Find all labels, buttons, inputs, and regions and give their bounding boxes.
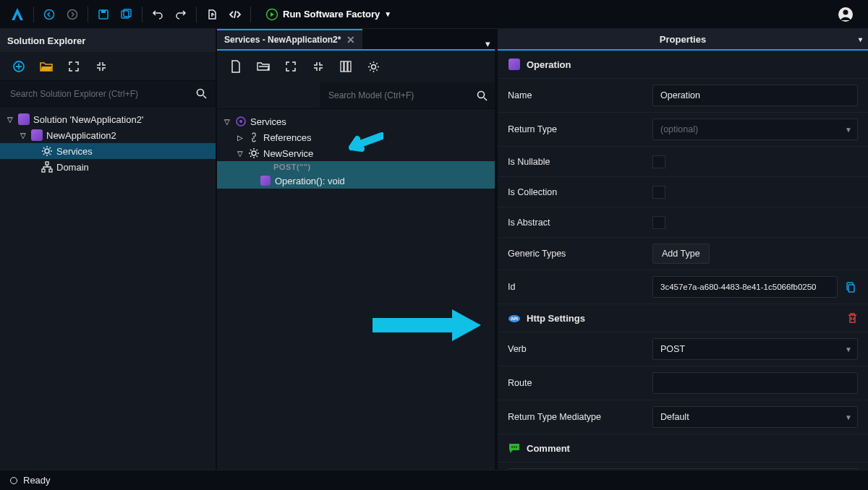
- chevron-right-icon: ▷: [236, 134, 244, 142]
- prop-name-input[interactable]: [652, 85, 858, 106]
- svg-rect-26: [848, 285, 854, 292]
- run-software-factory-button[interactable]: Run Software Factory ▼: [260, 5, 397, 24]
- chevron-down-icon: ▽: [19, 132, 27, 139]
- search-icon[interactable]: [473, 90, 490, 101]
- settings-button[interactable]: [360, 53, 386, 79]
- http-verb-badge: POST(""): [259, 163, 311, 171]
- solution-icon: [17, 113, 30, 126]
- svg-rect-16: [344, 61, 347, 72]
- panel-menu-button[interactable]: ▾: [859, 35, 862, 43]
- svg-point-31: [516, 447, 517, 448]
- account-button[interactable]: [833, 2, 858, 27]
- open-button[interactable]: [250, 53, 276, 79]
- export-button[interactable]: [201, 4, 223, 25]
- svg-point-10: [197, 90, 203, 96]
- comment-input[interactable]: [508, 468, 858, 470]
- svg-point-11: [45, 149, 49, 153]
- properties-title: Properties: [660, 34, 706, 45]
- chevron-down-icon: ▽: [6, 116, 14, 124]
- collapse-button[interactable]: [88, 53, 114, 79]
- chevron-down-icon: ▽: [236, 150, 244, 158]
- new-file-button[interactable]: [223, 53, 249, 79]
- solution-explorer-header: Solution Explorer: [0, 29, 216, 52]
- model-references-node[interactable]: ▷ References: [217, 129, 495, 145]
- svg-point-19: [477, 91, 484, 98]
- prop-abstract-label: Is Abstract: [508, 218, 652, 228]
- layout-button[interactable]: [333, 53, 359, 79]
- services-icon: [234, 115, 247, 128]
- tree-services-node[interactable]: Services: [0, 143, 216, 159]
- delete-http-settings-button[interactable]: [847, 312, 858, 324]
- svg-point-22: [252, 151, 256, 155]
- prop-generic-label: Generic Types: [508, 249, 652, 259]
- prop-route-input[interactable]: [652, 372, 858, 394]
- prop-collection-checkbox[interactable]: [652, 186, 665, 199]
- service-icon: [247, 147, 260, 160]
- group-comment-header: Comment: [498, 434, 868, 463]
- svg-rect-17: [348, 61, 351, 72]
- prop-nullable-checkbox[interactable]: [652, 155, 665, 168]
- nav-fwd-button[interactable]: [61, 4, 83, 25]
- prop-route-label: Route: [508, 378, 652, 388]
- svg-point-1: [68, 9, 77, 19]
- tab-overflow-button[interactable]: ▾: [480, 38, 495, 49]
- svg-point-18: [371, 64, 375, 69]
- tree-domain-node[interactable]: Domain: [0, 159, 216, 175]
- nav-back-button[interactable]: [38, 4, 60, 25]
- prop-return-type-label: Return Type: [508, 124, 652, 134]
- tree-app-node[interactable]: ▽ NewApplication2: [0, 127, 216, 143]
- expand-button[interactable]: [61, 53, 87, 79]
- collapse-all-button[interactable]: [305, 53, 331, 79]
- add-type-button[interactable]: Add Type: [652, 244, 710, 264]
- svg-point-21: [239, 120, 242, 123]
- svg-point-0: [45, 9, 54, 19]
- open-folder-button[interactable]: [33, 53, 59, 79]
- svg-rect-12: [46, 162, 48, 165]
- run-label: Run Software Factory: [283, 9, 380, 20]
- tree-solution-root[interactable]: ▽ Solution 'NewApplication2': [0, 111, 216, 127]
- svg-rect-14: [49, 169, 52, 172]
- close-icon[interactable]: ✕: [346, 34, 355, 46]
- prop-verb-label: Verb: [508, 344, 652, 354]
- link-icon: [247, 131, 260, 144]
- model-newservice-node[interactable]: ▽ NewService: [217, 145, 495, 161]
- status-text: Ready: [23, 475, 51, 486]
- code-button[interactable]: [224, 4, 246, 25]
- copy-id-button[interactable]: [842, 279, 858, 295]
- app-logo: [6, 7, 29, 22]
- solution-search-input[interactable]: [6, 85, 192, 103]
- search-icon[interactable]: [192, 88, 210, 99]
- svg-rect-15: [341, 61, 344, 72]
- operation-icon: [508, 58, 521, 71]
- model-services-root[interactable]: ▽ Services: [217, 113, 495, 129]
- model-operation-node[interactable]: POST("") Operation(): void: [217, 161, 495, 189]
- new-item-button[interactable]: [6, 53, 32, 79]
- api-icon: API: [508, 311, 521, 324]
- prop-return-mt-label: Return Type Mediatype: [508, 412, 652, 422]
- prop-collection-label: Is Collection: [508, 187, 652, 197]
- save-all-button[interactable]: [116, 4, 137, 25]
- prop-id-label: Id: [508, 282, 652, 292]
- save-button[interactable]: [93, 4, 114, 25]
- svg-rect-13: [42, 169, 45, 172]
- tab-services[interactable]: Services - NewApplication2* ✕: [217, 29, 362, 49]
- expand-all-button[interactable]: [278, 53, 304, 79]
- svg-rect-3: [101, 10, 106, 13]
- redo-button[interactable]: [170, 4, 192, 25]
- prop-return-mt-select[interactable]: [652, 406, 858, 428]
- chevron-down-icon: ▽: [223, 118, 231, 126]
- model-search-input[interactable]: [324, 86, 473, 105]
- prop-id-value: [652, 276, 838, 298]
- prop-verb-select[interactable]: [652, 338, 858, 360]
- prop-name-label: Name: [508, 90, 652, 100]
- group-http-header: API Http Settings: [498, 304, 868, 332]
- prop-return-type-select[interactable]: [652, 119, 858, 140]
- services-icon: [41, 145, 54, 158]
- undo-button[interactable]: [147, 4, 169, 25]
- group-operation-header: Operation: [498, 51, 868, 79]
- chevron-down-icon: ▼: [384, 10, 391, 18]
- svg-text:API: API: [511, 317, 518, 321]
- status-indicator-icon: [10, 477, 17, 484]
- comment-icon: [508, 442, 521, 455]
- prop-abstract-checkbox[interactable]: [652, 216, 665, 229]
